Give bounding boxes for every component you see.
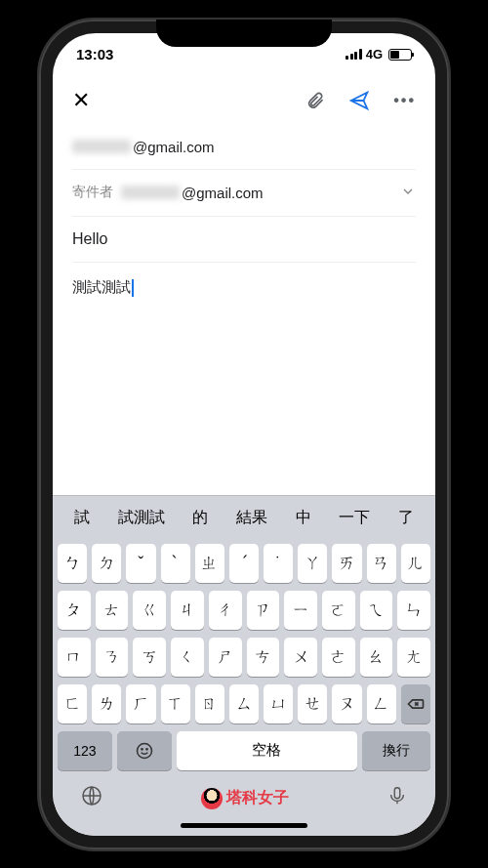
dictation-key[interactable] [386,785,408,812]
key[interactable]: ㄍ [133,591,166,630]
suggestion[interactable]: 結果 [230,506,273,530]
attach-button[interactable] [305,91,325,110]
signal-icon [346,49,362,60]
key[interactable]: ㄣ [397,591,430,630]
to-field[interactable]: @gmail.com [72,125,416,170]
key[interactable]: ㄈ [58,684,87,723]
backspace-icon [406,694,426,714]
home-indicator[interactable] [181,823,307,828]
key[interactable]: ˇ [126,544,155,583]
key[interactable]: ㄏ [126,684,155,723]
key[interactable]: ㄟ [360,591,393,630]
key-row-1: ㄅㄉˇˋㄓˊ˙ㄚㄞㄢㄦ [53,540,435,587]
key[interactable]: ㄋ [96,638,129,677]
key[interactable]: ㄧ [284,591,317,630]
svg-point-1 [141,748,142,749]
body-field[interactable]: 測試測試 [72,263,416,312]
from-label: 寄件者 [72,184,113,201]
suggestion[interactable]: 了 [392,506,420,530]
numbers-key[interactable]: 123 [58,731,112,770]
key[interactable]: ㄠ [360,638,393,677]
suggestion[interactable]: 中 [290,506,317,530]
key[interactable]: ㄉ [92,544,121,583]
key[interactable]: ˋ [161,544,190,583]
to-value-suffix: @gmail.com [133,139,215,155]
mic-icon [386,785,408,806]
key[interactable]: ㄎ [133,638,166,677]
key[interactable]: ㄗ [247,591,280,630]
svg-point-0 [137,743,151,758]
key[interactable]: ㄨ [284,638,317,677]
key-row-3: ㄇㄋㄎㄑㄕㄘㄨㄜㄠㄤ [53,634,435,681]
expand-chevron-icon[interactable] [400,184,416,202]
battery-icon [388,49,412,61]
suggestion[interactable]: 試 [68,506,96,530]
notch [156,20,332,47]
key[interactable]: ㄓ [195,544,224,583]
key[interactable]: ˙ [264,544,293,583]
key-row-5: 123 空格 換行 [53,727,435,774]
keyboard-bottom-bar: 塔科女子 [53,774,435,817]
brand-text: 塔科女子 [226,788,289,808]
key[interactable]: ㄚ [298,544,327,583]
space-key[interactable]: 空格 [177,731,358,770]
status-time: 13:03 [76,46,113,62]
backspace-key[interactable] [401,684,430,723]
send-icon [348,90,370,111]
subject-field[interactable]: Hello [72,217,416,263]
suggestion-bar: 試 試測試 的 結果 中 一下 了 [53,495,435,540]
phone-screen: 13:03 4G ✕ ••• @gmail.com [53,33,435,836]
key-row-2: ㄆㄊㄍㄐㄔㄗㄧㄛㄟㄣ [53,587,435,634]
body-text: 測試測試 [72,278,131,295]
compose-header: ✕ ••• [53,76,435,125]
redacted-recipient [72,140,131,153]
more-button[interactable]: ••• [393,92,416,109]
key[interactable]: ㄔ [209,591,242,630]
from-value-suffix: @gmail.com [182,185,264,201]
key[interactable]: ㄒ [161,684,190,723]
return-key[interactable]: 換行 [362,731,430,770]
key[interactable]: ㄖ [195,684,224,723]
compose-area: @gmail.com 寄件者 @gmail.com Hello 測試測試 [53,125,435,495]
text-cursor [132,279,134,297]
key[interactable]: ㄐ [171,591,204,630]
key[interactable]: ㄇ [58,638,91,677]
subject-text: Hello [72,230,107,247]
key[interactable]: ㄡ [332,684,361,723]
key-row-4: ㄈㄌㄏㄒㄖㄙㄩㄝㄡㄥ [53,681,435,727]
key[interactable]: ㄥ [367,684,396,723]
network-label: 4G [366,47,383,62]
key[interactable]: ㄩ [264,684,293,723]
phone-frame: 13:03 4G ✕ ••• @gmail.com [39,20,449,849]
key[interactable]: ㄤ [397,638,430,677]
key[interactable]: ㄆ [58,591,91,630]
globe-icon [80,784,103,807]
key[interactable]: ˊ [229,544,259,583]
globe-key[interactable] [80,784,103,813]
emoji-icon [135,741,154,761]
key[interactable]: ㄦ [401,544,430,583]
suggestion[interactable]: 一下 [333,506,376,530]
send-button[interactable] [348,90,370,111]
keyboard: 試 試測試 的 結果 中 一下 了 ㄅㄉˇˋㄓˊ˙ㄚㄞㄢㄦ ㄆㄊㄍㄐㄔㄗㄧㄛㄟㄣ… [53,495,435,836]
key[interactable]: ㄢ [367,544,396,583]
key[interactable]: ㄜ [322,638,355,677]
from-field[interactable]: 寄件者 @gmail.com [72,170,416,217]
suggestion[interactable]: 的 [186,506,214,530]
suggestion[interactable]: 試測試 [112,506,171,530]
status-right: 4G [346,47,412,62]
key[interactable]: ㄙ [229,684,259,723]
key[interactable]: ㄝ [298,684,327,723]
emoji-key[interactable] [117,731,172,770]
key[interactable]: ㄊ [96,591,129,630]
key[interactable]: ㄞ [332,544,361,583]
paperclip-icon [305,91,325,110]
key[interactable]: ㄌ [92,684,121,723]
key[interactable]: ㄕ [209,638,242,677]
svg-rect-4 [394,787,400,798]
key[interactable]: ㄘ [247,638,280,677]
key[interactable]: ㄑ [171,638,204,677]
key[interactable]: ㄅ [58,544,87,583]
key[interactable]: ㄛ [322,591,355,630]
close-button[interactable]: ✕ [72,88,90,113]
